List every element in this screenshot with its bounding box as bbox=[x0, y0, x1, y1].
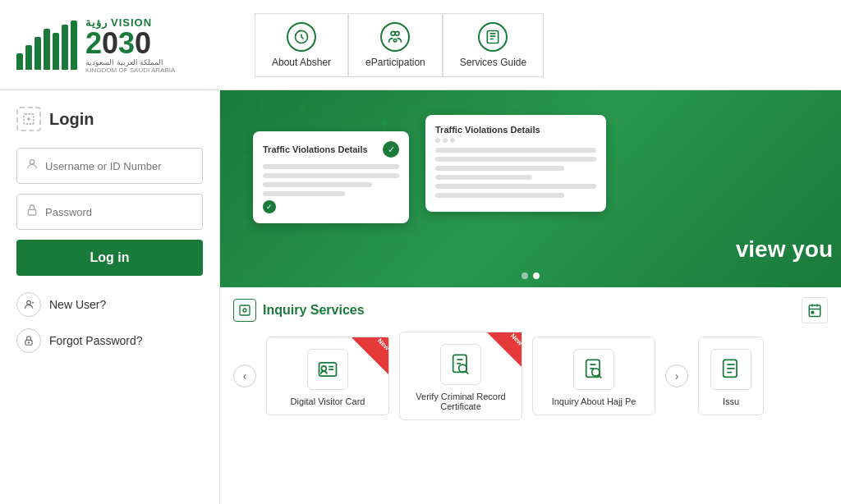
forgot-password-link[interactable]: Forgot Password? bbox=[16, 328, 203, 353]
card-back-title: Traffic Violations Details bbox=[435, 125, 540, 135]
svg-point-2 bbox=[394, 39, 397, 41]
card-line-2 bbox=[263, 173, 399, 178]
about-icon bbox=[287, 22, 316, 52]
back-line-3 bbox=[435, 166, 564, 171]
svg-point-7 bbox=[27, 300, 31, 305]
new-user-icon bbox=[16, 292, 41, 317]
sidebar: Login Log in bbox=[0, 90, 220, 504]
prev-button[interactable]: ‹ bbox=[233, 364, 256, 387]
svg-rect-6 bbox=[28, 209, 35, 215]
nav-item-eparticipation[interactable]: eParticipation bbox=[348, 13, 443, 77]
login-title: Login bbox=[49, 110, 94, 129]
svg-point-30 bbox=[243, 309, 246, 312]
svg-point-9 bbox=[28, 342, 29, 343]
svg-point-39 bbox=[592, 369, 600, 376]
login-section-header: Login bbox=[16, 107, 203, 131]
svg-point-36 bbox=[459, 364, 466, 372]
content-area: Traffic Violations Details ✓ ✓ Traffic V… bbox=[220, 90, 841, 504]
username-input-group[interactable] bbox=[16, 148, 203, 184]
back-line-2 bbox=[435, 157, 596, 162]
service-card-digital-visitor[interactable]: New Digital Visitor Card bbox=[266, 337, 389, 415]
banner-view-text: view you bbox=[736, 236, 841, 263]
svg-point-5 bbox=[30, 160, 34, 164]
new-user-link[interactable]: New User? bbox=[16, 292, 203, 317]
services-header: Inquiry Services bbox=[233, 297, 828, 323]
card-check-small: ✓ bbox=[263, 200, 276, 213]
back-line-5 bbox=[435, 184, 596, 189]
password-input[interactable] bbox=[45, 206, 194, 218]
ksa-english: KINGDOM OF SAUDI ARABIA bbox=[85, 66, 175, 74]
banner: Traffic Violations Details ✓ ✓ Traffic V… bbox=[220, 90, 841, 287]
services-section: Inquiry Services ‹ New bbox=[220, 287, 841, 504]
back-line-4 bbox=[435, 175, 532, 180]
inquiry-icon bbox=[233, 299, 256, 322]
svg-rect-32 bbox=[811, 312, 813, 314]
criminal-record-label: Verify Criminal Record Certificate bbox=[408, 392, 513, 411]
lock-icon bbox=[25, 204, 39, 220]
hajj-icon bbox=[573, 349, 614, 390]
dot-1[interactable] bbox=[522, 273, 528, 279]
digital-visitor-label: Digital Visitor Card bbox=[291, 396, 365, 406]
login-icon bbox=[16, 107, 41, 131]
back-line-1 bbox=[435, 148, 596, 153]
svg-point-1 bbox=[395, 31, 399, 35]
card-line-4 bbox=[263, 191, 345, 196]
svg-line-37 bbox=[466, 371, 469, 374]
nav-item-about[interactable]: About Absher bbox=[255, 13, 348, 77]
about-label: About Absher bbox=[272, 57, 331, 68]
logo-area: رؤية VISION 2030 المملكة العربية السعودي… bbox=[16, 16, 230, 74]
username-input[interactable] bbox=[45, 160, 194, 172]
dot-2[interactable] bbox=[533, 273, 540, 279]
ksa-arabic: المملكة العربية السعودية bbox=[85, 58, 163, 66]
services-title: Inquiry Services bbox=[263, 303, 365, 318]
user-icon bbox=[25, 158, 39, 174]
login-button[interactable]: Log in bbox=[16, 240, 203, 276]
issu-icon bbox=[710, 349, 751, 390]
back-line-6 bbox=[435, 193, 564, 198]
card-front: Traffic Violations Details ✓ ✓ bbox=[253, 131, 409, 223]
service-card-criminal[interactable]: New Verify Criminal Record Certificate bbox=[399, 332, 522, 420]
new-user-label: New User? bbox=[49, 298, 106, 311]
card-front-title: Traffic Violations Details bbox=[263, 144, 368, 154]
card-check-icon: ✓ bbox=[383, 141, 399, 158]
service-card-hajj[interactable]: Inquiry About Hajj Pe bbox=[532, 337, 655, 415]
card-back: Traffic Violations Details bbox=[425, 115, 606, 212]
svg-line-40 bbox=[599, 375, 602, 378]
svg-rect-31 bbox=[809, 305, 820, 317]
issu-label: Issu bbox=[723, 396, 739, 406]
services-guide-label: Services Guide bbox=[460, 57, 526, 68]
logo-text: رؤية VISION 2030 المملكة العربية السعودي… bbox=[85, 16, 175, 74]
nav-items: About Absher eParticipation Services G bbox=[230, 13, 825, 77]
eparticipation-icon bbox=[380, 22, 410, 52]
eparticipation-label: eParticipation bbox=[365, 57, 425, 68]
criminal-record-icon bbox=[440, 344, 481, 385]
header: رؤية VISION 2030 المملكة العربية السعودي… bbox=[0, 0, 841, 90]
services-cards-row: ‹ New Digital Visitor Card bbox=[233, 332, 828, 420]
service-card-issu[interactable]: Issu bbox=[698, 337, 764, 415]
calendar-icon bbox=[802, 297, 828, 323]
banner-dots bbox=[522, 273, 540, 279]
hajj-label: Inquiry About Hajj Pe bbox=[552, 396, 636, 406]
next-button[interactable]: › bbox=[665, 364, 688, 387]
forgot-password-icon bbox=[16, 328, 41, 353]
nav-item-services-guide[interactable]: Services Guide bbox=[443, 13, 544, 77]
main-layout: Login Log in bbox=[0, 90, 841, 504]
digital-visitor-icon bbox=[307, 349, 348, 390]
forgot-password-label: Forgot Password? bbox=[49, 334, 143, 347]
banner-cards-container: Traffic Violations Details ✓ ✓ Traffic V… bbox=[253, 107, 606, 223]
password-input-group[interactable] bbox=[16, 194, 203, 230]
card-line-3 bbox=[263, 182, 372, 187]
card-line-1 bbox=[263, 164, 399, 169]
services-guide-icon bbox=[478, 22, 508, 52]
svg-point-34 bbox=[321, 366, 326, 371]
vision-year: 2030 bbox=[85, 29, 151, 58]
logo-bars-icon bbox=[16, 21, 77, 70]
svg-rect-29 bbox=[240, 305, 250, 315]
